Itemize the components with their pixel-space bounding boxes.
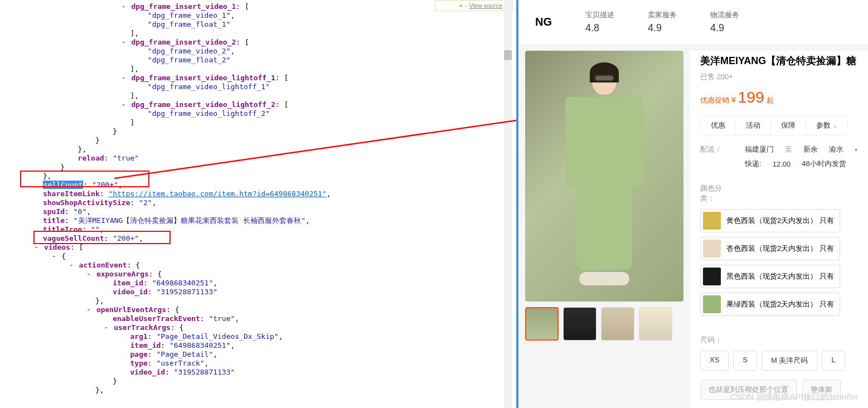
price-label: 优惠促销 [700, 95, 729, 105]
shop-stat-service: 卖家服务 4.9 [648, 10, 677, 34]
shop-stat-logistics: 物流服务 4.9 [710, 10, 739, 34]
stat-value: 4.9 [710, 22, 739, 34]
size-m[interactable]: M 美洋尺码 [762, 351, 817, 371]
color-option-apricot[interactable]: 杏色西装（现货2天内发出） 只有 [700, 237, 840, 260]
color-option-black[interactable]: 黑色西装（现货2天内发出） 只有 [700, 265, 840, 288]
stat-label: 宝贝描述 [585, 10, 614, 20]
color-options: 黄色西装（现货2天内发出） 只有 杏色西装（现货2天内发出） 只有 黑色西装（现… [700, 209, 840, 316]
price-row: 优惠促销 ¥ 199 起 [700, 89, 865, 106]
info-tabs: 优惠 活动 保障 参数⌄ [700, 115, 848, 135]
tab-activity[interactable]: 活动 [736, 116, 771, 135]
express-label: 快递: [745, 159, 762, 169]
collapse-icon[interactable]: - [465, 2, 467, 9]
shop-header: NG 宝贝描述 4.8 卖家服务 4.9 物流服务 4.9 [518, 0, 868, 44]
product-title: 美洋MEIYANG【清仓特卖捡漏】糖 [700, 54, 865, 67]
tab-guarantee[interactable]: 保障 [771, 116, 806, 135]
color-label: 颜色分类： [700, 183, 734, 203]
tab-params[interactable]: 参数⌄ [806, 116, 847, 135]
shipping-row: 配送： 福建厦门 至 新余 渝水 ▾ [700, 144, 865, 154]
color-option-green[interactable]: 果绿西装（现货2天内发出） 只有 [700, 293, 840, 316]
swatch-black [703, 268, 721, 285]
thumbnail-2[interactable] [563, 307, 597, 341]
shop-stat-desc: 宝贝描述 4.8 [585, 10, 614, 34]
sold-count: 已售 200+ [700, 72, 865, 82]
stat-label: 物流服务 [710, 10, 739, 20]
price-suffix: 起 [767, 95, 774, 105]
scrollbar-vertical[interactable] [504, 0, 512, 408]
thumbnail-4[interactable] [639, 307, 672, 341]
product-page-panel: NG 宝贝描述 4.8 卖家服务 4.9 物流服务 4.9 [518, 0, 868, 408]
stat-label: 卖家服务 [648, 10, 677, 20]
swatch-apricot [703, 240, 721, 258]
watermark: CSDN @懂电商API接口的Jennifer [730, 392, 858, 402]
chevron-down-icon[interactable]: ▾ [855, 147, 857, 153]
stat-value: 4.9 [648, 22, 677, 34]
size-xs[interactable]: XS [700, 351, 729, 371]
json-tree[interactable]: - dpg_frame_insert_video_1: [ "dpg_frame… [0, 0, 513, 395]
thumbnail-row [525, 307, 683, 341]
express-time: 48小时内发货 [802, 159, 846, 169]
view-source-toolbar: + - View source ⚙ [435, 0, 513, 11]
size-options: XS S M 美洋尺码 L [700, 351, 845, 371]
ship-district[interactable]: 渝水 [829, 144, 843, 154]
express-fee: 12.00 [773, 160, 791, 168]
size-label: 尺码： [700, 335, 734, 345]
swatch-yellow [703, 212, 721, 230]
chevron-down-icon: ⌄ [833, 123, 837, 129]
expand-icon[interactable]: + [459, 2, 462, 9]
product-info: 美洋MEIYANG【清仓特卖捡漏】糖 已售 200+ 优惠促销 ¥ 199 起 … [690, 51, 868, 408]
shipping-label: 配送： [700, 144, 734, 154]
express-row: 快递: 12.00 48小时内发货 [700, 159, 865, 169]
price-value: 199 [738, 89, 764, 106]
price-symbol: ¥ [731, 95, 736, 104]
stat-value: 4.8 [585, 22, 614, 34]
shop-brand[interactable]: NG [535, 16, 552, 28]
swatch-green [703, 295, 721, 313]
thumbnail-3[interactable] [601, 307, 634, 341]
size-l[interactable]: L [822, 351, 845, 371]
ship-to[interactable]: 新余 [803, 144, 818, 154]
tab-discount[interactable]: 优惠 [701, 116, 736, 135]
view-source-link[interactable]: View source [469, 2, 502, 9]
scrollbar-thumb[interactable] [504, 50, 512, 60]
main-product-image[interactable] [525, 51, 683, 302]
highlight-box-sellcount [20, 171, 149, 187]
thumbnail-1[interactable] [525, 307, 559, 341]
json-viewer-panel: + - View source ⚙ - dpg_frame_insert_vid… [0, 0, 513, 408]
color-option-yellow[interactable]: 黄色西装（现货2天内发出） 只有 [700, 209, 840, 232]
ship-from: 福建厦门 [745, 144, 774, 154]
highlight-box-vaguesellcount [33, 231, 171, 244]
product-gallery [525, 51, 683, 408]
model-placeholder [554, 65, 654, 288]
size-s[interactable]: S [733, 351, 757, 371]
product-area: 美洋MEIYANG【清仓特卖捡漏】糖 已售 200+ 优惠促销 ¥ 199 起 … [518, 44, 868, 408]
